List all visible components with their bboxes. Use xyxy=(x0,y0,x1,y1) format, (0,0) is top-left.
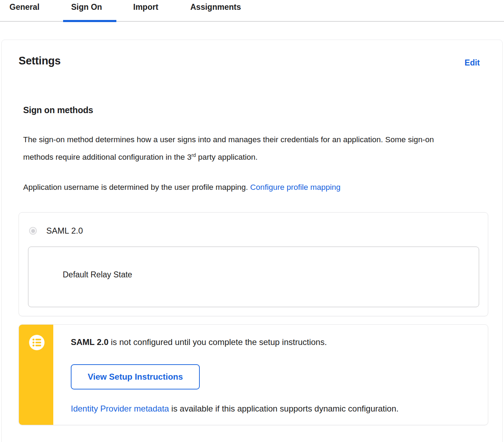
edit-link[interactable]: Edit xyxy=(465,58,480,68)
tab-general[interactable]: General xyxy=(9,2,40,12)
tab-import[interactable]: Import xyxy=(133,2,158,12)
list-icon xyxy=(29,335,45,350)
sign-on-methods-description: The sign-on method determines how a user… xyxy=(23,131,458,166)
configure-profile-mapping-link[interactable]: Configure profile mapping xyxy=(250,183,341,192)
settings-card: Settings Edit Sign on methods The sign-o… xyxy=(1,40,503,442)
metadata-note-text: is available if this application support… xyxy=(169,404,399,413)
default-relay-state-label: Default Relay State xyxy=(63,270,132,279)
saml-method-box: SAML 2.0 Default Relay State xyxy=(19,212,488,316)
callout-message-text: is not configured until you complete the… xyxy=(109,337,327,347)
callout-message-bold: SAML 2.0 xyxy=(71,337,109,347)
description-text-end: party application. xyxy=(196,153,258,161)
view-setup-instructions-button[interactable]: View Setup Instructions xyxy=(71,364,200,389)
saml-radio-button[interactable] xyxy=(29,227,37,235)
sign-on-methods-heading: Sign on methods xyxy=(23,105,93,115)
ordinal-superscript: rd xyxy=(191,152,196,158)
sign-on-settings-page: General Sign On Import Assignments Setti… xyxy=(0,0,504,442)
tab-assignments[interactable]: Assignments xyxy=(190,2,241,12)
profile-mapping-text: Application username is determined by th… xyxy=(23,183,250,192)
active-tab-indicator xyxy=(63,20,116,22)
radio-dot-icon xyxy=(31,229,35,233)
default-relay-state-field: Default Relay State xyxy=(28,247,479,307)
callout-message: SAML 2.0 is not configured until you com… xyxy=(71,337,327,347)
identity-provider-metadata-link[interactable]: Identity Provider metadata xyxy=(71,404,169,413)
saml-radio-row: SAML 2.0 xyxy=(29,226,83,236)
tab-sign-on[interactable]: Sign On xyxy=(71,2,102,12)
metadata-note: Identity Provider metadata is available … xyxy=(71,404,399,414)
setup-instructions-callout: SAML 2.0 is not configured until you com… xyxy=(19,324,488,425)
callout-caution-stripe xyxy=(19,325,53,425)
profile-mapping-note: Application username is determined by th… xyxy=(23,179,458,196)
settings-title: Settings xyxy=(19,55,61,67)
saml-radio-label: SAML 2.0 xyxy=(46,226,83,236)
app-tab-bar: General Sign On Import Assignments xyxy=(0,0,504,22)
